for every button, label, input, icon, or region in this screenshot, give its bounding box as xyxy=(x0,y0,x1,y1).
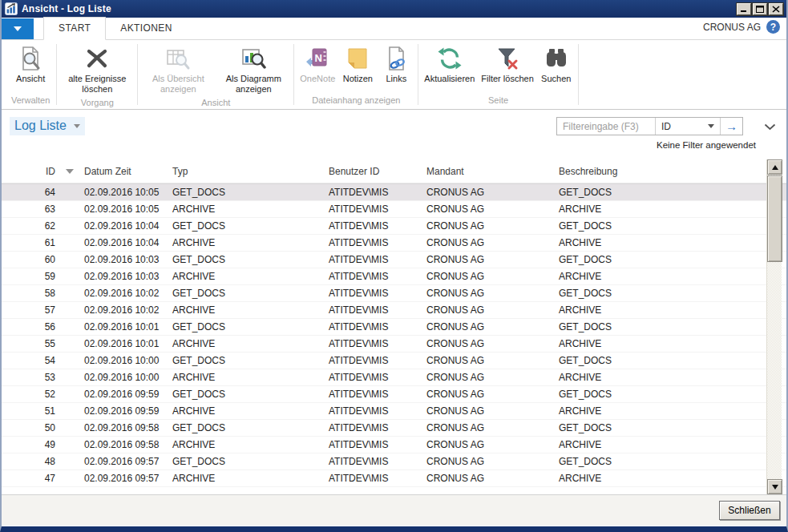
cell-id: 63 xyxy=(6,204,55,215)
cell-mandant: CRONUS AG xyxy=(426,288,559,299)
scroll-up-button[interactable] xyxy=(767,159,782,175)
table-row[interactable]: 6202.09.2016 10:04GET_DOCSATITDEV\MISCRO… xyxy=(2,218,786,235)
tab-aktionen[interactable]: AKTIONEN xyxy=(106,18,187,39)
footer-bar: Schließen xyxy=(2,494,786,526)
column-header-benutzer-id[interactable]: Benutzer ID xyxy=(329,166,426,177)
minimize-button[interactable] xyxy=(737,3,751,15)
cell-benutzer-id: ATITDEV\MIS xyxy=(329,473,426,484)
table-row[interactable]: 5402.09.2016 10:00GET_DOCSATITDEV\MISCRO… xyxy=(2,353,786,369)
cell-datum-zeit: 02.09.2016 10:00 xyxy=(84,355,172,366)
table-row[interactable]: 6302.09.2016 10:05ARCHIVEATITDEV\MISCRON… xyxy=(2,201,786,218)
cell-typ: GET_DOCS xyxy=(172,220,329,232)
scrollbar-thumb[interactable] xyxy=(767,175,782,262)
cell-beschreibung: GET_DOCS xyxy=(559,456,761,467)
scroll-down-button[interactable] xyxy=(767,479,782,494)
cell-datum-zeit: 02.09.2016 09:59 xyxy=(84,389,172,400)
table-row[interactable]: 6102.09.2016 10:04ARCHIVEATITDEV\MISCRON… xyxy=(2,235,786,252)
cell-benutzer-id: ATITDEV\MIS xyxy=(329,439,426,450)
cell-typ: ARCHIVE xyxy=(172,372,329,383)
cell-beschreibung: ARCHIVE xyxy=(559,439,761,450)
cell-datum-zeit: 02.09.2016 10:00 xyxy=(84,372,172,383)
cell-id: 49 xyxy=(6,439,55,450)
application-menu-button[interactable] xyxy=(2,18,34,39)
cell-datum-zeit: 02.09.2016 10:04 xyxy=(84,220,172,232)
table-row[interactable]: 5602.09.2016 10:01GET_DOCSATITDEV\MISCRO… xyxy=(2,319,786,336)
aktualisieren-button[interactable]: Aktualisieren xyxy=(422,44,477,86)
sticky-note-icon xyxy=(345,46,370,71)
cell-beschreibung: ARCHIVE xyxy=(559,237,761,248)
table-body: 6402.09.2016 10:05GET_DOCSATITDEV\MISCRO… xyxy=(2,183,786,487)
cell-beschreibung: ARCHIVE xyxy=(559,338,761,349)
cell-mandant: CRONUS AG xyxy=(426,389,559,400)
ribbon-group-label: Vorgang xyxy=(57,96,137,111)
cell-typ: GET_DOCS xyxy=(172,187,329,198)
filter-loeschen-button[interactable]: Filter löschen xyxy=(479,44,535,86)
table-row[interactable]: 5202.09.2016 09:59GET_DOCSATITDEV\MISCRO… xyxy=(2,386,786,403)
onenote-button: N OneNote xyxy=(297,44,337,86)
cell-id: 50 xyxy=(6,422,55,433)
table-row[interactable]: 5702.09.2016 10:02ARCHIVEATITDEV\MISCRON… xyxy=(2,302,786,319)
table-row[interactable]: 6402.09.2016 10:05GET_DOCSATITDEV\MISCRO… xyxy=(2,183,786,201)
filter-field-dropdown[interactable]: ID xyxy=(656,121,720,132)
company-name: CRONUS AG xyxy=(703,22,761,33)
cell-benutzer-id: ATITDEV\MIS xyxy=(329,355,426,366)
links-icon xyxy=(383,46,409,71)
alte-ereignisse-loeschen-button[interactable]: alte Ereignisse löschen xyxy=(60,44,134,96)
column-header-id[interactable]: ID xyxy=(6,166,55,177)
table-row[interactable]: 5802.09.2016 10:02GET_DOCSATITDEV\MISCRO… xyxy=(2,285,786,302)
tab-start[interactable]: START xyxy=(43,17,106,40)
suchen-button[interactable]: Suchen xyxy=(538,44,575,86)
links-button[interactable]: Links xyxy=(378,44,414,86)
table-row[interactable]: 5102.09.2016 09:59ARCHIVEATITDEV\MISCRON… xyxy=(2,403,786,420)
cell-benutzer-id: ATITDEV\MIS xyxy=(329,405,426,417)
column-header-datum-zeit[interactable]: Datum Zeit xyxy=(84,166,172,177)
cell-datum-zeit: 02.09.2016 09:57 xyxy=(84,473,172,484)
table-row[interactable]: 5902.09.2016 10:03ARCHIVEATITDEV\MISCRON… xyxy=(2,268,786,285)
maximize-button[interactable] xyxy=(753,3,767,15)
vertical-scrollbar[interactable] xyxy=(766,159,782,494)
cell-typ: ARCHIVE xyxy=(172,304,329,316)
filter-input[interactable] xyxy=(557,121,655,132)
clear-filter-icon xyxy=(495,46,520,71)
ribbon-button-label: Als Übersicht anzeigen xyxy=(143,74,212,95)
cell-id: 55 xyxy=(6,338,55,349)
page-title[interactable]: Log Liste xyxy=(10,117,85,135)
cell-typ: GET_DOCS xyxy=(172,254,329,265)
column-header-beschreibung[interactable]: Beschreibung xyxy=(559,166,761,177)
cell-id: 51 xyxy=(6,405,55,417)
ribbon-button-label: alte Ereignisse löschen xyxy=(63,74,131,95)
arrow-down-icon xyxy=(772,485,778,490)
table-row[interactable]: 4802.09.2016 09:57GET_DOCSATITDEV\MISCRO… xyxy=(2,453,786,470)
ribbon-separator xyxy=(578,44,579,105)
ribbon-button-label: Als Diagramm anzeigen xyxy=(219,74,288,95)
cell-mandant: CRONUS AG xyxy=(426,204,559,215)
cell-benutzer-id: ATITDEV\MIS xyxy=(329,422,426,433)
table-row[interactable]: 5002.09.2016 09:58GET_DOCSATITDEV\MISCRO… xyxy=(2,420,786,437)
als-diagramm-anzeigen-button[interactable]: Als Diagramm anzeigen xyxy=(216,44,290,96)
svg-text:N: N xyxy=(315,52,322,64)
cell-beschreibung: GET_DOCS xyxy=(559,389,761,400)
cell-beschreibung: GET_DOCS xyxy=(559,187,761,198)
ribbon-button-label: Links xyxy=(386,74,407,84)
sort-desc-icon xyxy=(66,169,74,174)
column-header-typ[interactable]: Typ xyxy=(172,166,329,177)
apply-filter-button[interactable]: → xyxy=(721,118,742,135)
close-button[interactable] xyxy=(769,3,783,15)
table-row[interactable]: 5302.09.2016 10:00ARCHIVEATITDEV\MISCRON… xyxy=(2,369,786,386)
notizen-button[interactable]: Notizen xyxy=(339,44,376,86)
page-title-text: Log Liste xyxy=(14,119,67,133)
table-row[interactable]: 4702.09.2016 09:57ARCHIVEATITDEV\MISCRON… xyxy=(2,470,786,487)
schliessen-button[interactable]: Schließen xyxy=(719,501,780,520)
column-header-mandant[interactable]: Mandant xyxy=(426,166,559,177)
cell-mandant: CRONUS AG xyxy=(426,321,559,332)
cell-datum-zeit: 02.09.2016 10:02 xyxy=(84,288,172,299)
table-row[interactable]: 5502.09.2016 10:01ARCHIVEATITDEV\MISCRON… xyxy=(2,336,786,353)
cell-beschreibung: GET_DOCS xyxy=(559,288,761,299)
cell-typ: ARCHIVE xyxy=(172,271,329,282)
collapse-header-chevron[interactable] xyxy=(764,119,776,134)
table-row[interactable]: 4902.09.2016 09:58ARCHIVEATITDEV\MISCRON… xyxy=(2,437,786,453)
cell-beschreibung: GET_DOCS xyxy=(559,220,761,232)
help-icon[interactable]: ? xyxy=(766,20,780,34)
table-row[interactable]: 6002.09.2016 10:03GET_DOCSATITDEV\MISCRO… xyxy=(2,252,786,268)
ansicht-button[interactable]: Ansicht xyxy=(12,44,49,86)
